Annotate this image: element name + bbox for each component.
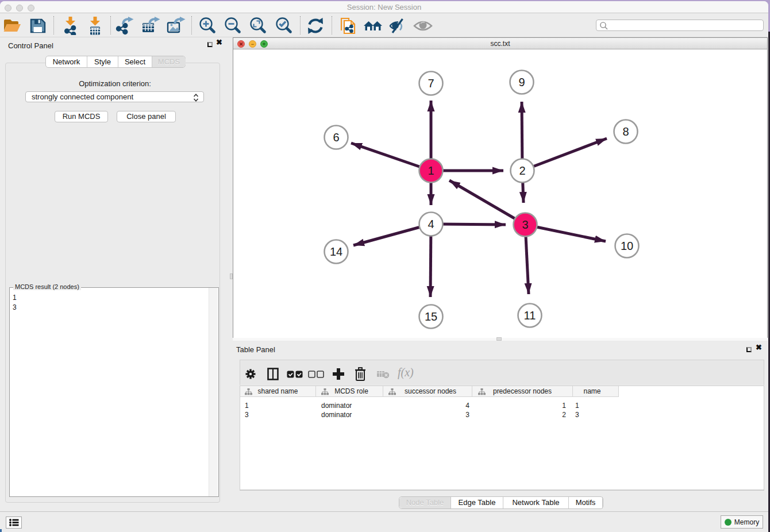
svg-text:4: 4: [428, 218, 434, 230]
svg-text:1: 1: [428, 164, 434, 177]
svg-text:7: 7: [428, 77, 434, 90]
svg-text:9: 9: [518, 76, 525, 88]
svg-text:15: 15: [425, 310, 437, 323]
svg-text:11: 11: [524, 309, 536, 322]
svg-text:14: 14: [330, 245, 342, 258]
svg-text:6: 6: [333, 131, 339, 144]
svg-text:8: 8: [622, 125, 629, 138]
svg-text:2: 2: [519, 164, 525, 177]
svg-text:3: 3: [522, 218, 528, 231]
svg-text:10: 10: [621, 240, 633, 252]
